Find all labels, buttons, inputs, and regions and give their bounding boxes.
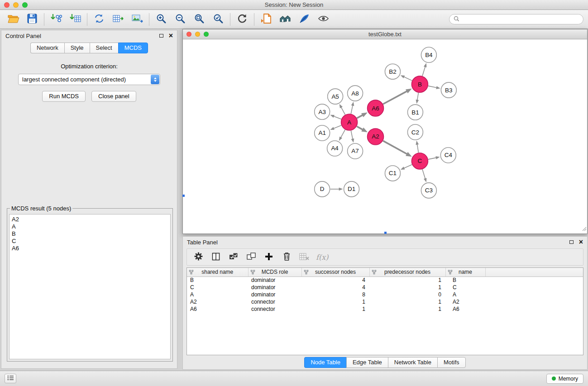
graph-edge-A-A8[interactable] — [351, 105, 353, 114]
cell-name[interactable]: A2 — [445, 298, 485, 305]
cell-shared-name[interactable]: A2 — [187, 298, 248, 305]
float-panel-icon[interactable] — [159, 34, 163, 38]
graph-edge-A-A3[interactable] — [334, 116, 341, 119]
cell-name[interactable]: B — [445, 276, 485, 284]
apply-function-button[interactable]: f(x) — [315, 253, 328, 262]
cell-shared-name[interactable]: B — [187, 276, 248, 284]
table-settings-button[interactable] — [191, 250, 205, 264]
import-table-button[interactable] — [66, 11, 85, 28]
close-network-button[interactable] — [186, 32, 191, 37]
cell-shared-name[interactable]: A — [187, 291, 248, 298]
show-hide-details-button[interactable] — [314, 11, 333, 28]
zoom-fit-button[interactable] — [190, 11, 209, 28]
graph-node-B[interactable]: B — [411, 76, 428, 92]
graph-node-D[interactable]: D — [315, 181, 330, 197]
export-network-button[interactable] — [90, 11, 109, 28]
network-window-titlebar[interactable]: testGlobe.txt — [183, 29, 587, 39]
result-item[interactable]: A2 — [12, 216, 168, 223]
tab-mcds[interactable]: MCDS — [118, 43, 148, 53]
close-panel-button[interactable]: Close panel — [91, 91, 136, 102]
cell-predecessor-nodes[interactable]: 1 — [369, 284, 445, 291]
cell-successor-nodes[interactable]: 4 — [301, 284, 369, 291]
graph-edge-A-A1[interactable] — [334, 125, 341, 129]
cell-successor-nodes[interactable]: 1 — [301, 305, 369, 313]
column-header-successor-nodes[interactable]: successor nodes — [301, 268, 369, 276]
tab-network[interactable]: Network — [30, 43, 64, 53]
graph-node-A5[interactable]: A5 — [328, 89, 343, 104]
export-table-button[interactable] — [109, 11, 128, 28]
table-row[interactable]: Adominator80A — [187, 291, 583, 298]
graph-node-B3[interactable]: B3 — [441, 82, 456, 98]
result-item[interactable]: A6 — [12, 245, 168, 252]
result-item[interactable]: A — [12, 223, 168, 230]
graph-edge-C-C1[interactable] — [404, 165, 412, 168]
cell-predecessor-nodes[interactable]: 1 — [369, 276, 445, 284]
zoom-out-button[interactable] — [171, 11, 190, 28]
cell-predecessor-nodes[interactable]: 0 — [369, 291, 445, 298]
run-mcds-button[interactable]: Run MCDS — [42, 91, 86, 102]
table-row[interactable]: A6connector11A6 — [187, 305, 583, 313]
tab-node-table[interactable]: Node Table — [304, 357, 346, 368]
close-window-button[interactable] — [4, 2, 10, 8]
graph-node-B4[interactable]: B4 — [421, 47, 436, 62]
graph-edge-A6-B[interactable] — [383, 91, 407, 104]
tab-style[interactable]: Style — [64, 43, 90, 53]
destroy-table-button[interactable] — [297, 250, 311, 264]
graph-node-A8[interactable]: A8 — [348, 86, 363, 101]
graph-node-A7[interactable]: A7 — [348, 143, 363, 159]
delete-rows-button[interactable] — [280, 250, 293, 264]
graph-node-A3[interactable]: A3 — [315, 104, 330, 119]
open-file-button[interactable] — [4, 11, 23, 28]
cell-successor-nodes[interactable]: 1 — [301, 298, 369, 305]
graph-node-C2[interactable]: C2 — [407, 124, 423, 140]
graph-node-A[interactable]: A — [341, 114, 358, 130]
graph-edge-A-A6[interactable] — [357, 115, 363, 118]
tab-select[interactable]: Select — [90, 43, 118, 53]
cell-MCDS-role[interactable]: dominator — [248, 284, 301, 291]
optimization-criterion-select[interactable]: largest connected component (directed) — [18, 74, 160, 85]
cell-name[interactable]: A6 — [445, 305, 485, 313]
graph-edge-B-B1[interactable] — [417, 93, 419, 100]
deselect-all-button[interactable] — [244, 250, 258, 264]
graph-node-A4[interactable]: A4 — [327, 141, 343, 156]
graph-node-C4[interactable]: C4 — [440, 148, 456, 163]
maximize-window-button[interactable] — [22, 2, 28, 8]
cell-name[interactable]: A — [445, 291, 485, 298]
column-header-shared-name[interactable]: shared name — [187, 268, 248, 276]
mcds-result-list[interactable]: A2ABCA6 — [9, 214, 171, 359]
table-row[interactable]: Cdominator41C — [187, 284, 583, 291]
cell-MCDS-role[interactable]: connector — [248, 305, 301, 313]
graph-node-A2[interactable]: A2 — [368, 129, 384, 145]
maximize-network-button[interactable] — [204, 32, 209, 37]
zoom-in-button[interactable] — [152, 11, 171, 28]
cell-successor-nodes[interactable]: 8 — [301, 291, 369, 298]
add-row-button[interactable] — [262, 250, 276, 264]
table-row[interactable]: A2connector11A2 — [187, 298, 583, 305]
graph-edge-B-B3[interactable] — [428, 86, 437, 88]
graph-edge-C-C4[interactable] — [428, 157, 436, 159]
export-image-button[interactable] — [128, 11, 147, 28]
graph-node-C[interactable]: C — [411, 153, 428, 169]
graph-node-D1[interactable]: D1 — [344, 181, 359, 197]
cell-MCDS-role[interactable]: connector — [248, 298, 301, 305]
search-input[interactable] — [462, 16, 579, 23]
graph-edge-A-A7[interactable] — [351, 131, 353, 139]
task-history-button[interactable] — [5, 374, 16, 383]
result-item[interactable]: C — [12, 238, 168, 245]
graphics-details-button[interactable] — [295, 11, 314, 28]
table-row[interactable]: Bdominator41B — [187, 276, 583, 284]
column-header-predecessor-nodes[interactable]: predecessor nodes — [369, 268, 445, 276]
cell-successor-nodes[interactable]: 4 — [301, 276, 369, 284]
window-resize-handle[interactable] — [182, 195, 185, 197]
graph-node-A6[interactable]: A6 — [368, 100, 384, 116]
cell-MCDS-role[interactable]: dominator — [248, 276, 301, 284]
graph-edge-A-A4[interactable] — [341, 130, 345, 138]
graph-node-C3[interactable]: C3 — [421, 183, 436, 198]
graph-edge-A2-C[interactable] — [383, 141, 407, 154]
cell-predecessor-nodes[interactable]: 1 — [369, 305, 445, 313]
graph-edge-A-A2[interactable] — [357, 126, 363, 129]
result-item[interactable]: B — [12, 230, 168, 238]
save-session-button[interactable] — [23, 11, 42, 28]
resize-grip-icon[interactable] — [581, 225, 587, 233]
cell-MCDS-role[interactable]: dominator — [248, 291, 301, 298]
